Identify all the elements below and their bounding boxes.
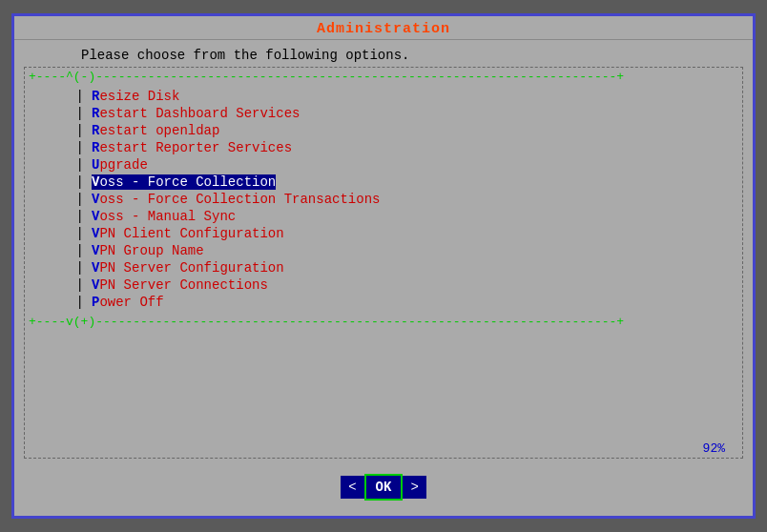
menu-item-first-char: P [92, 295, 99, 310]
subtitle-text: Please choose from the following options… [14, 40, 753, 67]
border-bottom: +----v(+)-------------------------------… [25, 313, 742, 331]
ok-left-arrow[interactable]: < [341, 476, 363, 499]
border-top-left: +---- [29, 70, 66, 84]
footer: < OK > [14, 459, 753, 516]
pipe-char: | [25, 174, 92, 190]
menu-row: |Resize Disk [25, 88, 742, 105]
menu-row: |Voss - Force Collection [25, 174, 742, 191]
menu-item-7[interactable]: Voss - Manual Sync [92, 209, 236, 224]
menu-row: |Voss - Force Collection Transactions [25, 191, 742, 208]
pipe-char: | [25, 277, 92, 293]
menu-container: +----^(-)-------------------------------… [24, 67, 743, 459]
menu-item-1[interactable]: Restart Dashboard Services [92, 106, 300, 121]
menu-item-first-char: V [92, 174, 99, 190]
menu-row: |Restart openldap [25, 122, 742, 139]
menu-item-first-char: V [92, 209, 99, 224]
pipe-char: | [25, 209, 92, 224]
menu-row: |VPN Server Connections [25, 276, 742, 294]
border-bottom-left-part: +----v(+)-------------------------------… [29, 315, 624, 329]
menu-item-6[interactable]: Voss - Force Collection Transactions [92, 192, 380, 207]
pipe-char: | [25, 140, 92, 155]
menu-item-5[interactable]: Voss - Force Collection [92, 174, 276, 190]
menu-item-10[interactable]: VPN Server Configuration [92, 260, 284, 276]
title-bar: Administration [14, 16, 753, 40]
scroll-up-marker[interactable]: ^(-) [66, 70, 95, 84]
menu-item-4[interactable]: Upgrade [92, 157, 148, 173]
menu-row: |VPN Client Configuration [25, 225, 742, 242]
menu-item-3[interactable]: Restart Reporter Services [92, 140, 292, 155]
pipe-char: | [25, 192, 92, 207]
menu-row: |Restart Reporter Services [25, 139, 742, 156]
menu-item-first-char: V [92, 277, 99, 293]
menu-item-8[interactable]: VPN Client Configuration [92, 226, 284, 241]
pipe-char: | [25, 226, 92, 241]
pipe-char: | [25, 260, 92, 276]
pipe-char: | [25, 89, 92, 104]
menu-row: |VPN Server Configuration [25, 259, 742, 276]
scroll-percent: 92% [703, 441, 725, 456]
border-top-dashes: ----------------------------------------… [95, 70, 624, 84]
menu-item-first-char: V [92, 260, 99, 276]
pipe-char: | [25, 123, 92, 138]
ok-label[interactable]: OK [364, 474, 404, 501]
menu-item-12[interactable]: Power Off [92, 295, 164, 310]
menu-item-first-char: V [92, 192, 99, 207]
menu-item-11[interactable]: VPN Server Connections [92, 277, 268, 293]
menu-item-first-char: R [92, 89, 99, 104]
menu-row: |Power Off [25, 294, 742, 311]
menu-list: |Resize Disk|Restart Dashboard Services|… [25, 86, 742, 313]
menu-item-first-char: R [92, 123, 99, 138]
menu-item-first-char: R [92, 106, 99, 121]
border-top: +----^(-)-------------------------------… [25, 68, 742, 86]
menu-item-2[interactable]: Restart openldap [92, 123, 219, 138]
pipe-char: | [25, 295, 92, 310]
menu-row: |Upgrade [25, 156, 742, 174]
main-window: Administration Please choose from the fo… [11, 13, 756, 519]
menu-item-first-char: R [92, 140, 99, 155]
menu-item-first-char: V [92, 226, 99, 241]
scroll-down-marker[interactable]: v(+) [66, 315, 95, 329]
menu-item-0[interactable]: Resize Disk [92, 89, 179, 104]
ok-button-group[interactable]: < OK > [341, 474, 426, 501]
pipe-char: | [25, 157, 92, 173]
menu-item-first-char: V [92, 243, 99, 258]
menu-item-first-char: U [92, 157, 99, 173]
ok-right-arrow[interactable]: > [403, 476, 425, 499]
pipe-char: | [25, 243, 92, 258]
menu-row: |Restart Dashboard Services [25, 105, 742, 122]
menu-row: |Voss - Manual Sync [25, 208, 742, 225]
menu-row: |VPN Group Name [25, 242, 742, 259]
window-title: Administration [317, 21, 450, 37]
menu-item-9[interactable]: VPN Group Name [92, 243, 204, 258]
pipe-char: | [25, 106, 92, 121]
